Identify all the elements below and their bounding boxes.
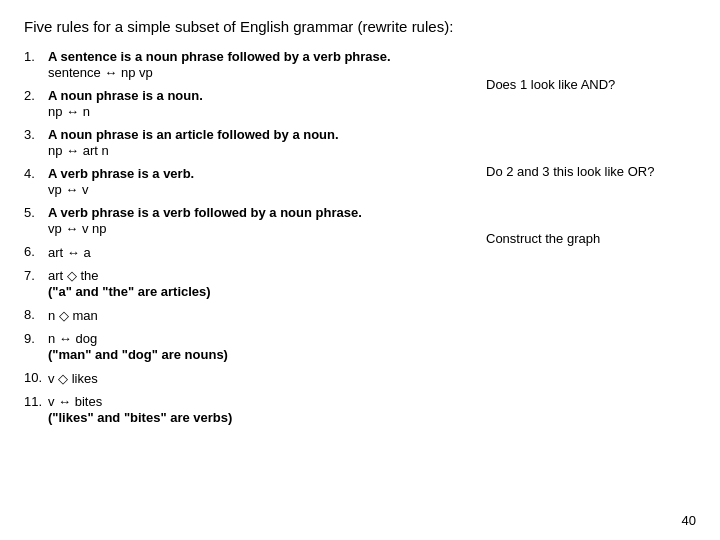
rule-number-1: 1. xyxy=(24,49,48,64)
rule-text-4: A verb phrase is a verb. xyxy=(48,166,476,181)
rule-item-11: 11. v ↔ bites ("likes" and "bites" are v… xyxy=(24,394,476,425)
rule-formula-6: art ↔ a xyxy=(48,245,476,260)
rule-formula-9: ("man" and "dog" are nouns) xyxy=(48,347,476,362)
annotation-1: Does 1 look like AND? xyxy=(486,77,696,92)
rule-formula-10: v ◇ likes xyxy=(48,371,476,386)
rule-number-5: 5. xyxy=(24,205,48,220)
rule-number-3: 3. xyxy=(24,127,48,142)
rule-item-3: 3. A noun phrase is an article followed … xyxy=(24,127,476,158)
rule-item-6: 6. art ↔ a xyxy=(24,244,476,260)
page-title: Five rules for a simple subset of Englis… xyxy=(24,18,696,35)
page-number: 40 xyxy=(682,513,696,528)
rule-text-9: n ↔ dog xyxy=(48,331,476,346)
rule-text-3: A noun phrase is an article followed by … xyxy=(48,127,476,142)
rules-list: 1. A sentence is a noun phrase followed … xyxy=(24,49,476,433)
rule-text-11: v ↔ bites xyxy=(48,394,476,409)
rule-formula-11: ("likes" and "bites" are verbs) xyxy=(48,410,476,425)
rule-content-4: A verb phrase is a verb. vp ↔ v xyxy=(48,166,476,197)
rule-number-8: 8. xyxy=(24,307,48,322)
rule-item-1: 1. A sentence is a noun phrase followed … xyxy=(24,49,476,80)
rule-formula-1: sentence ↔ np vp xyxy=(48,65,476,80)
rule-formula-7: ("a" and "the" are articles) xyxy=(48,284,476,299)
rule-item-7: 7. art ◇ the ("a" and "the" are articles… xyxy=(24,268,476,299)
rule-formula-4: vp ↔ v xyxy=(48,182,476,197)
rule-number-7: 7. xyxy=(24,268,48,283)
rule-number-10: 10. xyxy=(24,370,48,385)
rule-content-7: art ◇ the ("a" and "the" are articles) xyxy=(48,268,476,299)
rule-text-7: art ◇ the xyxy=(48,268,476,283)
rule-content-8: n ◇ man xyxy=(48,307,476,323)
rule-number-9: 9. xyxy=(24,331,48,346)
rule-item-5: 5. A verb phrase is a verb followed by a… xyxy=(24,205,476,236)
rule-item-10: 10. v ◇ likes xyxy=(24,370,476,386)
rule-text-1: A sentence is a noun phrase followed by … xyxy=(48,49,476,64)
rule-item-2: 2. A noun phrase is a noun. np ↔ n xyxy=(24,88,476,119)
rule-item-8: 8. n ◇ man xyxy=(24,307,476,323)
rule-text-5: A verb phrase is a verb followed by a no… xyxy=(48,205,476,220)
rule-item-4: 4. A verb phrase is a verb. vp ↔ v xyxy=(24,166,476,197)
annotations-column: Does 1 look like AND? Do 2 and 3 this lo… xyxy=(476,49,696,246)
rule-content-10: v ◇ likes xyxy=(48,370,476,386)
rules-container: 1. A sentence is a noun phrase followed … xyxy=(24,49,696,433)
page: Five rules for a simple subset of Englis… xyxy=(0,0,720,443)
rule-formula-8: n ◇ man xyxy=(48,308,476,323)
rule-content-11: v ↔ bites ("likes" and "bites" are verbs… xyxy=(48,394,476,425)
annotation-2: Do 2 and 3 this look like OR? xyxy=(486,164,696,179)
annotation-3: Construct the graph xyxy=(486,231,696,246)
rule-content-6: art ↔ a xyxy=(48,244,476,260)
rule-number-11: 11. xyxy=(24,394,48,409)
rule-content-3: A noun phrase is an article followed by … xyxy=(48,127,476,158)
rule-formula-5: vp ↔ v np xyxy=(48,221,476,236)
rule-formula-3: np ↔ art n xyxy=(48,143,476,158)
rule-content-5: A verb phrase is a verb followed by a no… xyxy=(48,205,476,236)
rule-content-1: A sentence is a noun phrase followed by … xyxy=(48,49,476,80)
rule-content-2: A noun phrase is a noun. np ↔ n xyxy=(48,88,476,119)
rule-formula-2: np ↔ n xyxy=(48,104,476,119)
rule-content-9: n ↔ dog ("man" and "dog" are nouns) xyxy=(48,331,476,362)
rule-number-2: 2. xyxy=(24,88,48,103)
rule-item-9: 9. n ↔ dog ("man" and "dog" are nouns) xyxy=(24,331,476,362)
rule-text-2: A noun phrase is a noun. xyxy=(48,88,476,103)
rule-number-4: 4. xyxy=(24,166,48,181)
rule-number-6: 6. xyxy=(24,244,48,259)
